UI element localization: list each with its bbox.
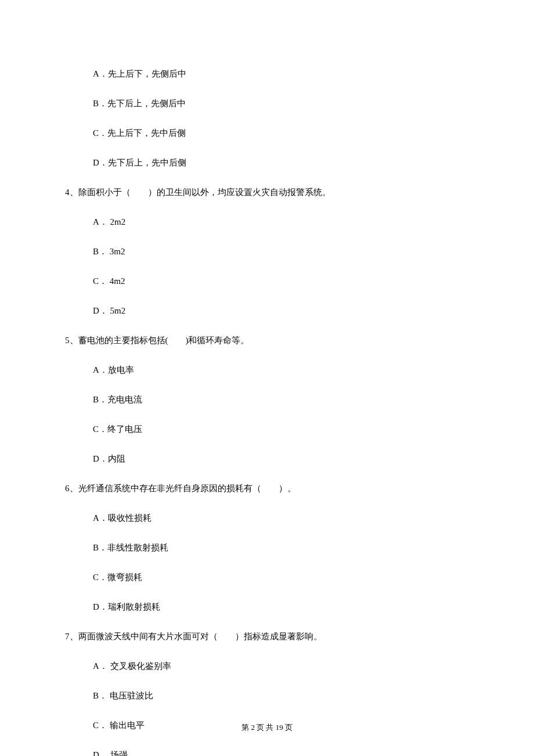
option-d: D．先下后上，先中后侧 xyxy=(93,157,469,169)
option-c: C．微弯损耗 xyxy=(93,571,469,584)
option-b: B． 3m2 xyxy=(93,246,469,258)
option-c: C． 4m2 xyxy=(93,275,469,287)
option-c: C．先上后下，先中后侧 xyxy=(93,127,469,139)
question-6: 6、光纤通信系统中存在非光纤自身原因的损耗有（ ）。 A．吸收性损耗 B．非线性… xyxy=(65,483,469,613)
option-b: B．非线性散射损耗 xyxy=(93,542,469,554)
option-d: D．瑞利散射损耗 xyxy=(93,601,469,613)
question-stem: 7、两面微波天线中间有大片水面可对（ ）指标造成显著影响。 xyxy=(65,631,469,643)
question-stem: 4、除面积小于（ ）的卫生间以外，均应设置火灾自动报警系统。 xyxy=(65,186,469,199)
option-b: B． 电压驻波比 xyxy=(93,690,469,702)
question-stem: 5、蓄电池的主要指标包括( )和循环寿命等。 xyxy=(65,334,469,347)
option-d: D． 场强 xyxy=(93,749,469,756)
option-a: A． 交叉极化鉴别率 xyxy=(93,660,469,672)
question-4: 4、除面积小于（ ）的卫生间以外，均应设置火灾自动报警系统。 A． 2m2 B．… xyxy=(65,186,469,317)
page-content: A．先上后下，先侧后中 B．先下后上，先侧后中 C．先上后下，先中后侧 D．先下… xyxy=(65,68,469,756)
question-stem: 6、光纤通信系统中存在非光纤自身原因的损耗有（ ）。 xyxy=(65,483,469,495)
option-d: D． 5m2 xyxy=(93,305,469,317)
option-b: B．先下后上，先侧后中 xyxy=(93,98,469,110)
option-a: A．吸收性损耗 xyxy=(93,512,469,524)
option-a: A．放电率 xyxy=(93,364,469,376)
page-footer: 第 2 页 共 19 页 xyxy=(0,722,534,733)
option-d: D．内阻 xyxy=(93,453,469,465)
option-a: A．先上后下，先侧后中 xyxy=(93,68,469,80)
option-c: C．终了电压 xyxy=(93,423,469,435)
option-a: A． 2m2 xyxy=(93,216,469,228)
question-3-options: A．先上后下，先侧后中 B．先下后上，先侧后中 C．先上后下，先中后侧 D．先下… xyxy=(65,68,469,169)
question-5: 5、蓄电池的主要指标包括( )和循环寿命等。 A．放电率 B．充电电流 C．终了… xyxy=(65,334,469,465)
question-7: 7、两面微波天线中间有大片水面可对（ ）指标造成显著影响。 A． 交叉极化鉴别率… xyxy=(65,631,469,756)
option-b: B．充电电流 xyxy=(93,394,469,406)
